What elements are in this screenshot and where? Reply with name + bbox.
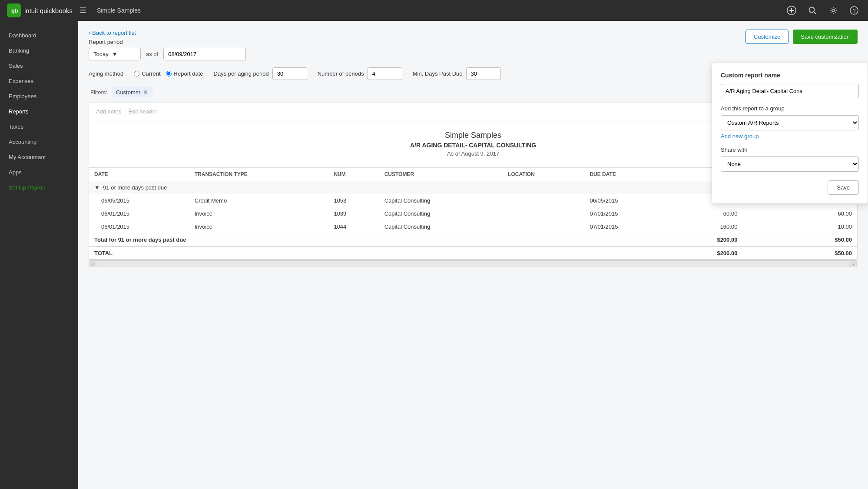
filter-remove-icon[interactable]: ✕ [143,89,148,96]
app-name: Simple Samples [97,7,141,14]
hamburger-icon[interactable]: ☰ [80,6,86,15]
edit-header-link[interactable]: Edit header [129,108,158,115]
top-nav: qb intuit quickbooks ☰ Simple Samples ? [0,0,868,21]
cell-customer-2: Capital Consulting [379,207,503,220]
sidebar-item-taxes[interactable]: Taxes [0,119,78,134]
sidebar-item-expenses[interactable]: Expenses [0,73,78,89]
sidebar: Dashboard Banking Sales Expenses Employe… [0,21,78,489]
settings-icon[interactable] [826,3,840,17]
cell-amount-2: 60.00 [669,207,742,220]
popup-footer: Save [721,180,859,195]
num-periods-input[interactable] [368,67,402,80]
main-content: Customize Save customization ‹ Back to r… [78,21,868,489]
cell-due-date-3: 07/01/2015 [584,220,669,233]
cell-date-3: 06/01/2015 [89,220,189,233]
add-icon[interactable] [785,3,798,17]
num-periods-label: Number of periods [318,70,364,77]
col-due-date: DUE DATE [584,168,669,181]
sidebar-item-sales[interactable]: Sales [0,58,78,73]
cell-num-3: 1044 [328,220,379,233]
grand-total-amount: $200.00 [669,246,742,260]
top-buttons: Customize Save customization [745,30,858,44]
popup-save-button[interactable]: Save [828,180,859,195]
col-location: LOCATION [503,168,584,181]
cell-type-2: Invoice [189,207,329,220]
qb-logo-text: intuit quickbooks [24,7,73,14]
svg-line-6 [814,12,816,14]
cell-location-1 [503,194,584,207]
customize-button[interactable]: Customize [745,30,788,44]
cell-balance-3: 10.00 [742,220,857,233]
search-icon[interactable] [805,3,819,17]
table-row: 06/01/2015 Invoice 1044 Capital Consulti… [89,220,857,233]
report-period-label: Report period [89,39,858,45]
sidebar-item-my-accountant[interactable]: My Accountant [0,150,78,165]
save-customization-button[interactable]: Save customization [793,30,858,44]
subtotal-balance: $50.00 [742,233,857,247]
cell-balance-2: 60.00 [742,207,857,220]
sidebar-item-apps[interactable]: Apps [0,165,78,180]
group-select-row: Custom A/R Reports [721,115,859,130]
col-transaction-type: TRANSACTION TYPE [189,168,329,181]
back-link[interactable]: ‹ Back to report list [89,30,136,36]
num-periods-group: Number of periods [318,67,402,80]
group-collapse-icon[interactable]: ▼ [94,184,100,191]
min-days-input[interactable] [466,67,501,80]
radio-report-date-input[interactable] [166,71,172,77]
sidebar-item-accounting[interactable]: Accounting [0,134,78,150]
sidebar-item-employees[interactable]: Employees [0,89,78,104]
table-row: 06/01/2015 Invoice 1039 Capital Consulti… [89,207,857,220]
qb-logo-icon: qb [7,3,21,17]
scroll-right-arrow[interactable]: › [849,261,858,267]
customer-filter-tag: Customer ✕ [112,87,152,97]
subtotal-label: Total for 91 or more days past due [89,233,669,247]
as-of-label: as of [146,51,158,57]
aging-method-label: Aging method [89,70,123,77]
cell-location-2 [503,207,584,220]
filter-customer-value: Customer [116,89,140,96]
radio-report-date-label: Report date [174,70,203,77]
days-per-period-label: Days per aging period [214,70,269,77]
period-value: Today [93,51,109,57]
add-new-group-link[interactable]: Add new group [721,133,859,140]
period-chevron-icon: ▼ [112,51,118,57]
scroll-track[interactable] [97,261,849,267]
app-logo[interactable]: qb intuit quickbooks [7,3,73,17]
days-per-period-group: Days per aging period [214,67,307,80]
col-customer: CUSTOMER [379,168,503,181]
grand-total-row: TOTAL $200.00 $50.00 [89,246,857,260]
share-select-row: None [721,156,859,172]
sidebar-item-reports[interactable]: Reports [0,104,78,119]
group-select[interactable]: Custom A/R Reports [721,115,859,130]
share-select[interactable]: None [721,156,859,172]
col-num: NUM [328,168,379,181]
aging-radio-group: Current Report date [134,70,203,77]
help-icon[interactable]: ? [847,3,861,17]
custom-report-name-input[interactable] [721,84,859,98]
radio-current-input[interactable] [134,71,139,77]
cell-location-3 [503,220,584,233]
subtotal-amount: $200.00 [669,233,742,247]
cell-customer-1: Capital Consulting [379,194,503,207]
radio-report-date[interactable]: Report date [166,70,203,77]
svg-point-5 [809,7,815,13]
bottom-scrollbar: ‹ › [89,261,858,267]
add-to-group-label: Add this report to a group [721,105,859,112]
cell-customer-3: Capital Consulting [379,220,503,233]
share-with-label: Share with [721,146,859,153]
period-dropdown[interactable]: Today ▼ [89,48,141,60]
popup-title: Custom report name [721,72,859,79]
sidebar-item-dashboard[interactable]: Dashboard [0,28,78,43]
col-date: DATE [89,168,189,181]
days-per-period-input[interactable] [272,67,307,80]
subtotal-row: Total for 91 or more days past due $200.… [89,233,857,247]
scroll-left-arrow[interactable]: ‹ [89,261,97,267]
cell-type-1: Credit Memo [189,194,329,207]
sidebar-item-banking[interactable]: Banking [0,43,78,58]
add-notes-link[interactable]: Add notes [96,108,122,115]
radio-current[interactable]: Current [134,70,160,77]
date-input[interactable] [163,48,246,60]
cell-num-1: 1053 [328,194,379,207]
cell-num-2: 1039 [328,207,379,220]
sidebar-item-setup-payroll[interactable]: Set Up Payroll [0,180,78,195]
